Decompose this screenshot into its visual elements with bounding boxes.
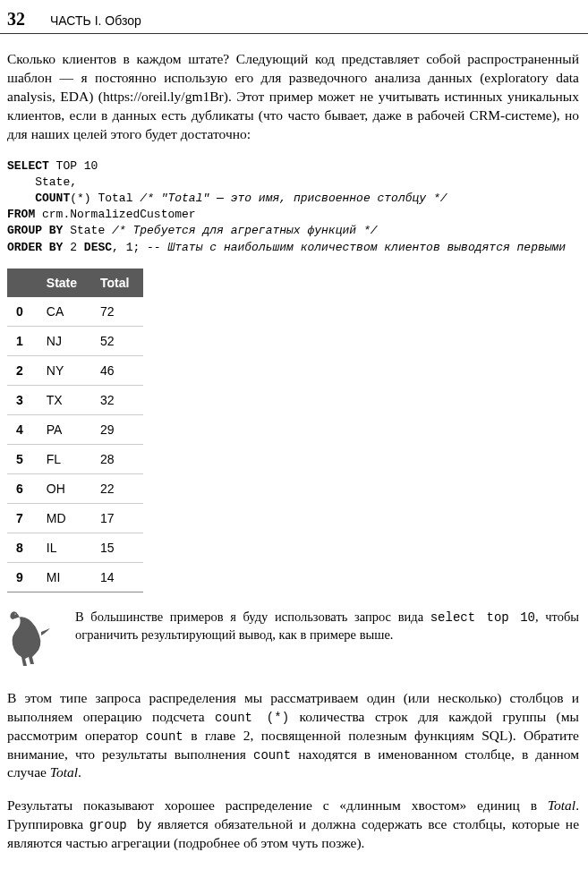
inline-code: count (*) [215,711,289,725]
code-kw: SELECT [7,159,56,173]
row-index: 1 [7,326,38,355]
row-index: 4 [7,414,38,444]
code-text: State [70,224,112,237]
table-row: 2NY46 [7,355,143,385]
table-header-total: Total [91,268,143,297]
table-row: 3TX32 [7,385,143,414]
italic-text: Total [548,797,575,813]
page-header: 32 ЧАСТЬ I. Обзор [0,0,588,34]
row-index: 7 [7,503,38,533]
crow-icon [7,605,57,668]
code-kw: DESC [84,241,112,254]
row-index: 0 [7,297,38,327]
note-text-part: В большинстве примеров я буду использова… [75,609,430,624]
row-total: 15 [91,533,143,562]
row-total: 29 [91,414,143,444]
row-total: 32 [91,385,143,414]
row-state: FL [38,444,91,473]
row-state: CA [38,297,91,327]
code-kw: ORDER BY [7,241,70,254]
row-total: 14 [91,562,143,592]
row-state: NJ [38,326,91,355]
sql-code-block: SELECT TOP 10 State, COUNT(*) Total /* "… [7,158,579,256]
code-text: 2 [70,241,84,254]
code-kw: COUNT [35,192,70,205]
row-index: 9 [7,562,38,592]
row-index: 3 [7,385,38,414]
code-text: State, [7,175,77,189]
code-comment: /* Требуется для агрегатных функций */ [112,224,377,237]
row-state: NY [38,355,91,385]
code-text: (*) Total [70,192,140,205]
text-part: Результаты показывают хорошее распределе… [7,797,548,813]
row-total: 46 [91,355,143,385]
code-kw: FROM [7,208,42,221]
table-row: 1NJ52 [7,326,143,355]
table-row: 0CA72 [7,297,143,327]
note-text: В большинстве примеров я буду использова… [75,605,579,644]
table-row: 7MD17 [7,503,143,533]
page-number: 32 [7,9,25,30]
code-text: TOP 10 [56,159,98,173]
table-row: 8IL15 [7,533,143,562]
row-state: PA [38,414,91,444]
code-text [7,192,35,205]
table-header-state: State [38,268,91,297]
code-comment: -- Штаты с наибольшим количеством клиент… [147,241,566,254]
paragraph-results: Результаты показывают хорошее распределе… [7,797,579,853]
row-index: 2 [7,355,38,385]
table-row: 4PA29 [7,414,143,444]
inline-code: count [146,729,183,744]
result-table: State Total 0CA721NJ522NY463TX324PA295FL… [7,268,143,592]
code-kw: GROUP BY [7,224,70,237]
row-total: 72 [91,297,143,327]
row-total: 28 [91,444,143,473]
note-box: В большинстве примеров я буду использова… [7,605,579,668]
paragraph-intro: Сколько клиентов в каждом штате? Следующ… [7,50,579,144]
row-index: 5 [7,444,38,473]
paragraph-distrib: В этом типе запроса распределения мы рас… [7,689,579,783]
table-row: 6OH22 [7,473,143,503]
row-state: IL [38,533,91,562]
row-total: 52 [91,326,143,355]
table-row: 5FL28 [7,444,143,473]
row-total: 17 [91,503,143,533]
text-part: . [78,764,81,780]
row-state: MI [38,562,91,592]
inline-code: count [253,748,291,763]
row-state: MD [38,503,91,533]
inline-code: group by [89,818,152,832]
inline-code: select top 10 [430,610,535,625]
italic-text: Total [50,764,78,780]
section-title: ЧАСТЬ I. Обзор [50,13,141,28]
code-text: crm.NormalizedCustomer [42,208,196,221]
row-state: OH [38,473,91,503]
table-row: 9MI14 [7,562,143,592]
row-index: 8 [7,533,38,562]
row-total: 22 [91,473,143,503]
code-text: , 1; [112,241,147,254]
row-index: 6 [7,473,38,503]
code-comment: /* "Total" — это имя, присвоенное столбц… [140,192,447,205]
table-header-index [7,268,38,297]
row-state: TX [38,385,91,414]
